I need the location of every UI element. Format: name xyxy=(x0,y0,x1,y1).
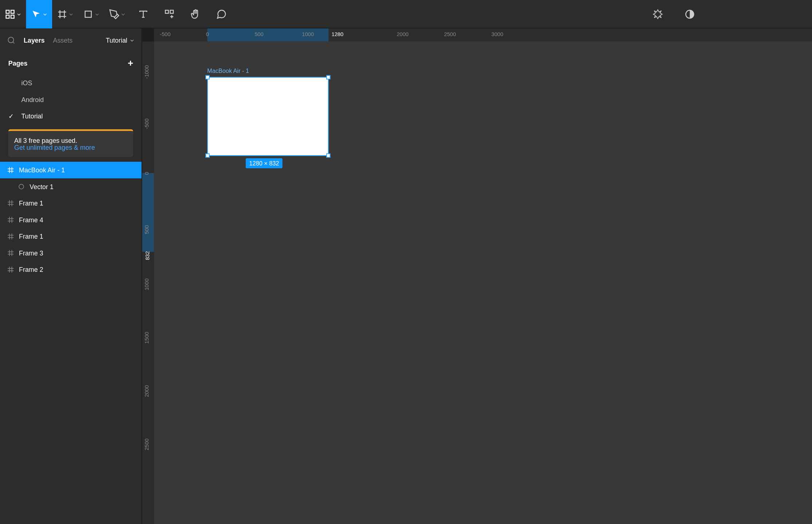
ruler-tick: 0 xyxy=(144,172,150,175)
ruler-tick: 500 xyxy=(255,31,263,37)
frame-label[interactable]: MacBook Air - 1 xyxy=(207,67,249,74)
svg-rect-6 xyxy=(170,10,173,13)
layer-item[interactable]: Vector 1 xyxy=(0,178,142,195)
ruler-tick: -500 xyxy=(160,31,170,37)
layer-name: Frame 4 xyxy=(19,216,43,223)
resize-handle-ne[interactable] xyxy=(326,75,330,79)
add-page-button[interactable]: + xyxy=(128,58,133,69)
layer-item[interactable]: Frame 4 xyxy=(0,211,142,228)
layer-item[interactable]: Frame 1 xyxy=(0,195,142,212)
assets-tab[interactable]: Assets xyxy=(53,37,73,44)
svg-rect-5 xyxy=(165,10,169,13)
ruler-tick: 1000 xyxy=(144,278,150,290)
ruler-tick: -500 xyxy=(144,118,150,129)
layer-item[interactable]: MacBook Air - 1 xyxy=(0,162,142,179)
layer-name: Vector 1 xyxy=(29,183,54,190)
layer-item[interactable]: Frame 2 xyxy=(0,261,142,278)
frame-icon xyxy=(7,233,15,240)
canvas-area[interactable]: 1280 -50005001000200025003000 832 -1000-… xyxy=(142,28,812,524)
plugins-button[interactable] xyxy=(645,0,671,28)
search-icon[interactable] xyxy=(7,36,16,44)
page-item-android[interactable]: Android xyxy=(0,91,142,108)
resources-tool[interactable] xyxy=(156,0,182,28)
frame-icon xyxy=(7,216,15,223)
ruler-tick: -1000 xyxy=(144,65,150,79)
resize-handle-nw[interactable] xyxy=(205,75,209,79)
frame-icon xyxy=(7,250,15,257)
comment-tool[interactable] xyxy=(208,0,234,28)
ruler-horizontal: 1280 -50005001000200025003000 xyxy=(154,28,812,42)
pen-tool[interactable] xyxy=(104,0,130,28)
ruler-tick: 2500 xyxy=(444,31,456,37)
page-item-ios[interactable]: iOS xyxy=(0,75,142,91)
frame-tool[interactable] xyxy=(52,0,78,28)
svg-rect-3 xyxy=(11,15,14,18)
move-tool[interactable] xyxy=(26,0,52,28)
top-toolbar: N Share 16% xyxy=(0,0,812,28)
size-badge: 1280 × 832 xyxy=(246,158,283,168)
left-panel: Layers Assets Tutorial Pages + iOSAndroi… xyxy=(0,28,142,524)
file-name-dropdown[interactable]: Tutorial xyxy=(106,37,135,44)
upgrade-banner: All 3 free pages used. Get unlimited pag… xyxy=(8,129,133,157)
shape-tool[interactable] xyxy=(78,0,105,28)
ruler-tick: 1000 xyxy=(302,31,314,37)
ruler-vertical: 832 -1000-50005001000150020002500 xyxy=(142,42,154,524)
layer-name: Frame 2 xyxy=(19,266,43,273)
frame-icon xyxy=(7,200,15,207)
svg-rect-0 xyxy=(6,10,9,13)
ruler-tick: 3000 xyxy=(492,31,504,37)
resize-handle-sw[interactable] xyxy=(205,153,209,157)
svg-point-13 xyxy=(19,184,24,189)
ruler-tick: 2500 xyxy=(144,438,150,450)
frame-icon xyxy=(7,167,15,174)
theme-toggle[interactable] xyxy=(677,0,703,28)
chevron-down-icon xyxy=(130,38,134,43)
layers-tab[interactable]: Layers xyxy=(24,37,45,44)
ruler-tick: 2000 xyxy=(144,385,150,397)
svg-point-11 xyxy=(8,37,13,43)
svg-rect-2 xyxy=(6,15,9,18)
main-menu-button[interactable] xyxy=(0,0,26,28)
ruler-tick: 1500 xyxy=(144,332,150,344)
svg-line-12 xyxy=(13,42,15,43)
layer-name: Frame 1 xyxy=(19,200,43,207)
layer-name: Frame 1 xyxy=(19,233,43,240)
hand-tool[interactable] xyxy=(182,0,209,28)
upgrade-link[interactable]: Get unlimited pages & more xyxy=(14,144,95,151)
vector-icon xyxy=(18,183,25,190)
layer-name: Frame 3 xyxy=(19,250,43,257)
resize-handle-se[interactable] xyxy=(326,153,330,157)
ruler-tick: 500 xyxy=(144,225,150,234)
ruler-tick: 2000 xyxy=(397,31,409,37)
layer-item[interactable]: Frame 3 xyxy=(0,245,142,262)
frame-icon xyxy=(7,266,15,273)
text-tool[interactable] xyxy=(130,0,157,28)
layer-name: MacBook Air - 1 xyxy=(19,167,65,174)
selected-frame[interactable] xyxy=(207,77,328,156)
svg-rect-1 xyxy=(11,10,14,13)
pages-header: Pages xyxy=(8,60,28,67)
banner-text: All 3 free pages used. xyxy=(14,137,127,144)
page-item-tutorial[interactable]: Tutorial xyxy=(0,108,142,125)
svg-rect-4 xyxy=(85,11,91,17)
ruler-tick: 0 xyxy=(206,31,209,37)
layer-item[interactable]: Frame 1 xyxy=(0,228,142,245)
